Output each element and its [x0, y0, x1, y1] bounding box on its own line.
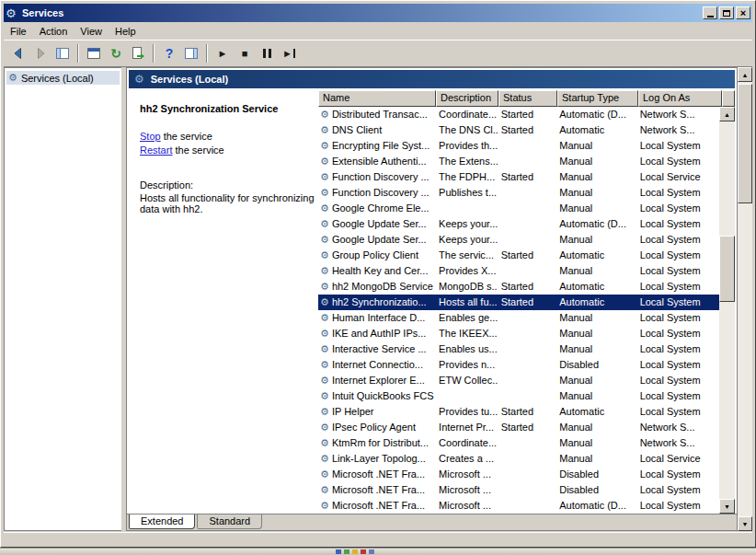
menu-item[interactable]: File [4, 24, 33, 39]
close-button[interactable]: × [736, 6, 750, 19]
service-status: Started [498, 169, 556, 185]
scroll-down-button[interactable]: ▼ [719, 499, 735, 514]
column-header-startup-type[interactable]: Startup Type [557, 90, 638, 107]
service-name: Interactive Service ... [332, 341, 427, 357]
restore-button[interactable] [719, 6, 734, 19]
taskbar-icon[interactable] [336, 549, 341, 554]
table-row[interactable]: ⚙Microsoft .NET Fra... Microsoft ... Aut… [318, 498, 719, 514]
restart-service-button[interactable]: ► [278, 42, 300, 64]
stop-service-link[interactable]: Stop [140, 131, 161, 142]
service-description-cell: The FDPH... [435, 169, 498, 185]
service-startup-type: Disabled [556, 467, 636, 482]
scroll-up-button[interactable]: ▲ [719, 107, 735, 121]
pause-service-button[interactable] [256, 42, 278, 64]
scroll-up-button[interactable]: ▲ [738, 67, 752, 82]
table-row[interactable]: ⚙Human Interface D... Enables ge... Manu… [318, 310, 719, 326]
table-row[interactable]: ⚙IKE and AuthIP IPs... The IKEEX... Manu… [318, 326, 719, 341]
minimize-button[interactable] [703, 6, 717, 19]
service-name: IPsec Policy Agent [332, 420, 416, 435]
table-row[interactable]: ⚙Google Chrome Ele... Manual Local Syste… [318, 201, 719, 216]
service-status: Started [498, 295, 556, 310]
service-name: Internet Explorer E... [332, 373, 425, 388]
table-row[interactable]: ⚙Link-Layer Topolog... Creates a ... Man… [318, 451, 719, 467]
table-row[interactable]: ⚙Distributed Transac... Coordinate... St… [318, 107, 719, 122]
service-status [498, 263, 556, 279]
scrollbar-thumb[interactable] [719, 236, 735, 302]
taskbar-sliver[interactable] [0, 548, 756, 555]
service-gear-icon: ⚙ [320, 295, 329, 310]
table-row[interactable]: ⚙DNS Client The DNS Cl... Started Automa… [318, 122, 719, 138]
help-button[interactable]: ? [158, 42, 180, 64]
column-header-log-on-as[interactable]: Log On As [638, 90, 722, 107]
service-log-on-as: Local System [636, 232, 719, 248]
pane-vertical-scrollbar[interactable]: ▲ ▼ [738, 67, 752, 531]
taskbar-icon[interactable] [361, 549, 366, 554]
back-button[interactable] [7, 42, 29, 64]
table-row[interactable]: ⚙Function Discovery ... The FDPH... Star… [318, 169, 719, 185]
taskbar-icon[interactable] [369, 549, 374, 554]
menu-item[interactable]: Help [109, 24, 143, 39]
service-status [498, 154, 556, 169]
refresh-button[interactable]: ↻ [105, 42, 127, 64]
service-startup-type: Automatic [556, 279, 636, 295]
table-row[interactable]: ⚙KtmRm for Distribut... Coordinate... Ma… [318, 435, 719, 451]
service-name: Intuit QuickBooks FCS [332, 388, 434, 404]
service-startup-type: Disabled [556, 357, 636, 373]
tab-extended[interactable]: Extended [129, 515, 195, 529]
pane-banner: ⚙ Services (Local) [129, 70, 735, 88]
table-row[interactable]: ⚙Internet Connectio... Provides n... Dis… [318, 357, 719, 373]
forward-button[interactable] [29, 42, 52, 64]
menu-item[interactable]: View [74, 24, 109, 39]
service-status: Started [498, 420, 556, 435]
table-row[interactable]: ⚙Extensible Authenti... The Extens... Ma… [318, 154, 719, 169]
show-action-pane-button[interactable] [180, 42, 202, 64]
service-log-on-as: Local System [636, 263, 719, 279]
selected-service-title: hh2 Synchronization Service [140, 103, 309, 114]
table-row[interactable]: ⚙Intuit QuickBooks FCS Manual Local Syst… [318, 388, 719, 404]
column-header-status[interactable]: Status [498, 90, 557, 107]
taskbar-icon[interactable] [344, 549, 349, 554]
service-startup-type: Manual [556, 435, 636, 451]
show-console-tree-button[interactable] [52, 42, 74, 64]
title-bar[interactable]: ⚙ Services × [4, 4, 752, 22]
table-row[interactable]: ⚙Health Key and Cer... Provides X... Man… [318, 263, 719, 279]
service-status [498, 435, 556, 451]
table-row[interactable]: ⚙hh2 Synchronizatio... Hosts all fu... S… [318, 295, 719, 310]
table-row[interactable]: ⚙IP Helper Provides tu... Started Automa… [318, 404, 719, 420]
service-gear-icon: ⚙ [320, 107, 329, 122]
tab-standard[interactable]: Standard [197, 515, 262, 529]
stop-service-button[interactable]: ■ [234, 42, 256, 64]
column-header-name[interactable]: Name [318, 90, 436, 107]
service-status [498, 451, 556, 467]
refresh-icon: ↻ [110, 46, 121, 61]
service-startup-type: Automatic [556, 404, 636, 420]
properties-button[interactable] [83, 42, 105, 64]
export-list-button[interactable] [127, 42, 149, 64]
column-header-description[interactable]: Description [436, 90, 498, 107]
menu-item[interactable]: Action [33, 24, 74, 39]
service-status [498, 373, 556, 388]
table-row[interactable]: ⚙Microsoft .NET Fra... Microsoft ... Dis… [318, 467, 719, 482]
table-row[interactable]: ⚙Microsoft .NET Fra... Microsoft ... Dis… [318, 482, 719, 498]
service-startup-type: Manual [556, 326, 636, 341]
table-row[interactable]: ⚙Interactive Service ... Enables us... M… [318, 341, 719, 357]
tree-item-services-local[interactable]: ⚙ Services (Local) [6, 71, 120, 85]
table-row[interactable]: ⚙Encrypting File Syst... Provides th... … [318, 138, 719, 154]
scrollbar-thumb[interactable] [738, 84, 752, 203]
table-row[interactable]: ⚙Google Update Ser... Keeps your... Manu… [318, 232, 719, 248]
table-row[interactable]: ⚙Internet Explorer E... ETW Collec... Ma… [318, 373, 719, 388]
table-row[interactable]: ⚙Google Update Ser... Keeps your... Auto… [318, 216, 719, 232]
list-vertical-scrollbar[interactable]: ▲ ▼ [719, 107, 735, 514]
restart-service-link[interactable]: Restart [140, 145, 172, 156]
taskbar-icon[interactable] [352, 549, 358, 554]
table-row[interactable]: ⚙Function Discovery ... Publishes t... M… [318, 185, 719, 201]
table-row[interactable]: ⚙IPsec Policy Agent Internet Pr... Start… [318, 420, 719, 435]
service-gear-icon: ⚙ [320, 232, 329, 248]
table-row[interactable]: ⚙Group Policy Client The servic... Start… [318, 248, 719, 263]
service-log-on-as: Local System [636, 341, 719, 357]
service-startup-type: Manual [556, 310, 636, 326]
service-log-on-as: Local System [636, 388, 719, 404]
start-service-button[interactable]: ► [212, 42, 234, 64]
table-row[interactable]: ⚙hh2 MongoDB Service MongoDB s... Starte… [318, 279, 719, 295]
scroll-down-button[interactable]: ▼ [738, 516, 752, 531]
